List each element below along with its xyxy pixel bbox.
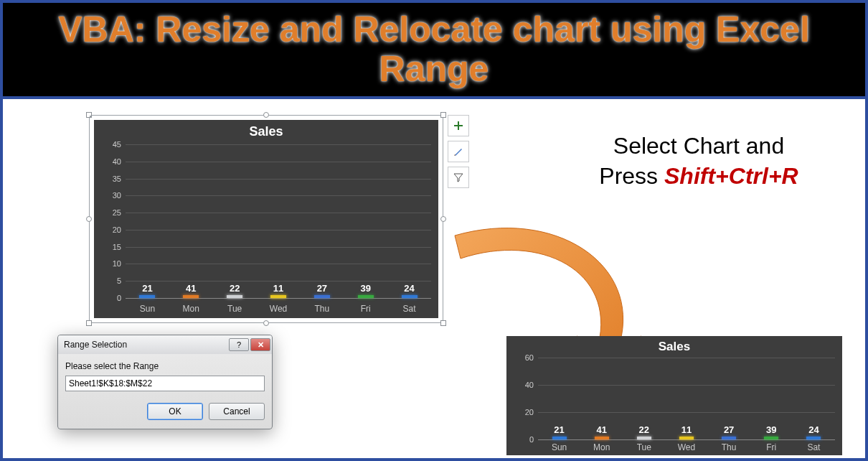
shortcut-text: Shift+Ctrl+R <box>664 163 798 189</box>
bar-value-label: 41 <box>596 424 606 435</box>
plus-icon <box>453 121 463 131</box>
bar: 41 <box>595 437 609 439</box>
y-tick-label: 25 <box>113 208 121 217</box>
chart-styles-button[interactable] <box>448 141 469 162</box>
instruction-line2: Press Shift+Ctrl+R <box>562 162 835 192</box>
bar-value-label: 39 <box>766 424 776 435</box>
x-tick-label: Fri <box>344 304 387 314</box>
bar: 22 <box>637 437 651 439</box>
bar-value-label: 11 <box>681 424 692 435</box>
bar-value-label: 21 <box>554 424 564 435</box>
bar: 24 <box>402 295 418 298</box>
instruction-text: Select Chart and Press Shift+Ctrl+R <box>562 131 835 191</box>
y-tick-label: 15 <box>113 243 121 251</box>
page-root: VBA: Resize and Relocate chart using Exc… <box>0 0 868 461</box>
y-tick-label: 20 <box>113 225 121 234</box>
instruction-line1: Select Chart and <box>562 131 835 162</box>
bar-value-label: 11 <box>273 283 283 294</box>
x-tick-label: Sun <box>126 304 169 314</box>
y-tick-label: 5 <box>117 276 121 285</box>
bar-value-label: 24 <box>808 424 819 435</box>
bar-value-label: 39 <box>360 283 370 294</box>
x-tick-label: Fri <box>750 442 793 452</box>
range-input[interactable] <box>65 376 265 391</box>
chart-small: Sales 020406021412211273924 SunMonTueWed… <box>506 336 842 455</box>
resize-handle-bl[interactable] <box>86 320 92 326</box>
chart-container-selected[interactable]: Sales 05101520253035404521412211273924 S… <box>89 115 443 323</box>
x-tick-label: Thu <box>300 304 344 314</box>
x-tick-label: Tue <box>623 442 665 452</box>
x-tick-label: Sun <box>538 442 580 452</box>
y-tick-label: 35 <box>113 174 121 183</box>
plot-area: 05101520253035404521412211273924 <box>126 144 431 298</box>
y-tick-label: 0 <box>529 435 534 444</box>
resize-handle-t[interactable] <box>263 112 269 118</box>
y-tick-label: 30 <box>113 191 121 200</box>
bar: 22 <box>227 295 242 298</box>
bar: 27 <box>722 437 736 439</box>
bar-value-label: 21 <box>142 283 152 294</box>
ok-button[interactable]: OK <box>147 403 203 420</box>
y-tick-label: 0 <box>117 294 121 302</box>
bar: 21 <box>552 437 567 439</box>
y-tick-label: 20 <box>525 408 534 416</box>
bar-value-label: 24 <box>404 283 414 294</box>
dialog-help-button[interactable]: ? <box>229 338 249 351</box>
range-selection-dialog: Range Selection ? ✕ Please select the Ra… <box>57 335 273 429</box>
x-axis: SunMonTueWedThuFriSat <box>126 304 431 314</box>
brush-icon <box>453 146 464 157</box>
x-tick-label: Sat <box>793 442 835 452</box>
x-tick-label: Wed <box>257 304 301 314</box>
resize-handle-tr[interactable] <box>440 112 446 118</box>
x-tick-label: Mon <box>169 304 213 314</box>
cancel-button[interactable]: Cancel <box>209 403 265 420</box>
title-bar: VBA: Resize and Relocate chart using Exc… <box>3 3 865 99</box>
y-tick-label: 60 <box>525 353 534 362</box>
bar: 11 <box>270 295 286 298</box>
bar-value-label: 41 <box>186 283 196 294</box>
resize-handle-b[interactable] <box>263 320 269 326</box>
chart-add-element-button[interactable] <box>448 115 469 136</box>
bar: 39 <box>358 295 374 298</box>
plot-area-small: 020406021412211273924 <box>538 358 835 439</box>
dialog-title: Range Selection <box>64 340 127 350</box>
chart-large: Sales 05101520253035404521412211273924 S… <box>94 120 438 318</box>
bar: 24 <box>806 437 821 439</box>
bar-value-label: 22 <box>639 424 649 435</box>
resize-handle-r[interactable] <box>440 216 446 222</box>
dialog-prompt: Please select the Range <box>65 361 265 371</box>
bar: 41 <box>183 295 199 298</box>
resize-handle-l[interactable] <box>86 216 92 222</box>
bar: 39 <box>764 437 778 439</box>
y-tick-label: 40 <box>113 157 121 166</box>
resize-handle-tl[interactable] <box>86 112 92 118</box>
bar: 11 <box>679 437 694 439</box>
funnel-icon <box>453 172 463 182</box>
dialog-titlebar[interactable]: Range Selection ? ✕ <box>58 335 272 354</box>
page-title: VBA: Resize and Relocate chart using Exc… <box>3 10 865 89</box>
bar: 21 <box>139 295 155 298</box>
dialog-close-button[interactable]: ✕ <box>250 338 270 351</box>
x-tick-label: Sat <box>387 304 431 314</box>
bar-value-label: 27 <box>724 424 734 435</box>
x-tick-label: Mon <box>580 442 623 452</box>
y-tick-label: 45 <box>113 140 121 149</box>
chart-filters-button[interactable] <box>448 167 469 188</box>
bar-value-label: 27 <box>317 283 327 294</box>
x-axis-small: SunMonTueWedThuFriSat <box>538 442 835 452</box>
resize-handle-br[interactable] <box>440 320 446 326</box>
chart-title: Sales <box>94 120 438 139</box>
x-tick-label: Thu <box>708 442 750 452</box>
chart-title-small: Sales <box>506 336 842 354</box>
x-tick-label: Wed <box>665 442 707 452</box>
y-tick-label: 10 <box>113 259 121 268</box>
content-area: Sales 05101520253035404521412211273924 S… <box>3 99 865 458</box>
x-tick-label: Tue <box>213 304 257 314</box>
y-tick-label: 40 <box>525 381 534 389</box>
bar: 27 <box>314 295 330 298</box>
bar-value-label: 22 <box>230 283 240 294</box>
chart-action-buttons <box>448 115 469 188</box>
